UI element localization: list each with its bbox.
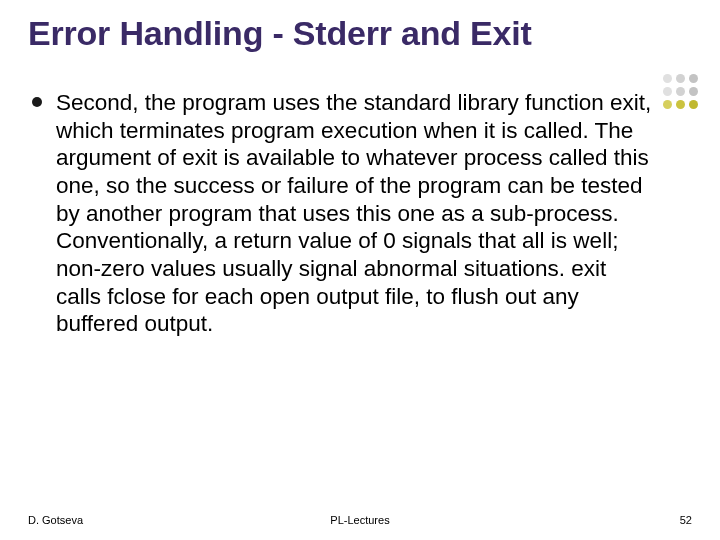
- footer-center: PL-Lectures: [330, 514, 389, 526]
- dot-icon: [689, 87, 698, 96]
- bullet-text: Second, the program uses the standard li…: [56, 89, 656, 338]
- decorative-dots: [663, 74, 698, 109]
- dot-icon: [676, 87, 685, 96]
- slide: Error Handling - Stderr and Exit Second,…: [0, 0, 720, 540]
- dot-icon: [663, 74, 672, 83]
- dot-icon: [689, 74, 698, 83]
- dot-row: [663, 87, 698, 96]
- bullet-item: Second, the program uses the standard li…: [28, 89, 692, 338]
- dot-icon: [663, 87, 672, 96]
- dot-row: [663, 100, 698, 109]
- dot-icon: [676, 74, 685, 83]
- footer-page-number: 52: [680, 514, 692, 526]
- dot-icon: [676, 100, 685, 109]
- footer: D. Gotseva PL-Lectures 52: [0, 514, 720, 526]
- dot-icon: [663, 100, 672, 109]
- bullet-icon: [32, 97, 42, 107]
- slide-title: Error Handling - Stderr and Exit: [28, 14, 692, 53]
- dot-icon: [689, 100, 698, 109]
- footer-author: D. Gotseva: [28, 514, 83, 526]
- dot-row: [663, 74, 698, 83]
